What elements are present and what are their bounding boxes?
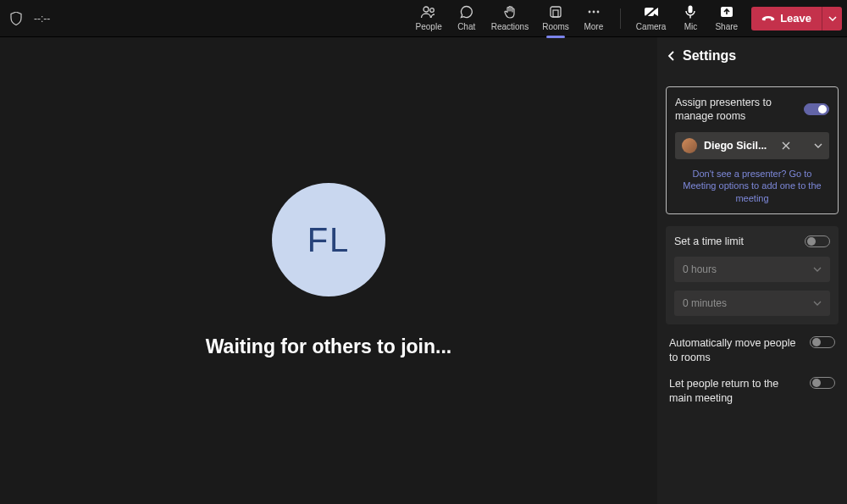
avatar: FL [272,183,385,296]
chevron-down-icon [828,16,837,21]
svg-point-4 [588,11,590,14]
chevron-down-icon [813,301,822,306]
presenter-name: Diego Sicil... [704,140,775,152]
auto-move-label: Automatically move people to rooms [669,336,800,365]
shield-icon[interactable] [10,12,22,25]
expand-presenter-icon[interactable] [814,143,822,148]
panel-header: Settings [666,37,839,75]
waiting-message: Waiting for others to join... [206,335,451,358]
time-limit-card: Set a time limit 0 hours 0 minutes [666,226,839,324]
leave-group: Leave [751,7,842,30]
chevron-down-icon [813,267,822,272]
svg-rect-2 [551,7,561,17]
camera-off-icon [644,5,659,19]
auto-move-row: Automatically move people to rooms [666,336,839,365]
svg-point-6 [596,11,599,14]
toolbar-separator [620,8,621,29]
assign-presenters-toggle[interactable] [804,103,829,115]
leave-label: Leave [780,12,811,25]
top-bar-left: --:-- [5,12,50,25]
panel-title: Settings [683,48,736,64]
people-icon [420,5,437,19]
rooms-icon [549,5,562,19]
leave-button[interactable]: Leave [751,7,822,30]
reactions-button[interactable]: Reactions [484,0,535,37]
mic-icon [684,5,696,19]
auto-move-toggle[interactable] [810,336,835,348]
presenter-hint-link[interactable]: Don't see a presenter? Go to Meeting opt… [675,168,829,206]
more-button[interactable]: More [576,0,612,37]
leave-options-button[interactable] [822,7,842,30]
ellipsis-icon [587,5,601,19]
people-button[interactable]: People [409,0,449,37]
share-button[interactable]: Share [708,0,745,37]
svg-point-0 [424,7,429,12]
return-main-toggle[interactable] [810,377,835,389]
mic-button[interactable]: Mic [673,0,708,37]
svg-rect-9 [689,6,693,14]
hangup-icon [761,14,775,23]
hand-icon [503,5,517,19]
chat-button[interactable]: Chat [449,0,484,37]
minutes-select[interactable]: 0 minutes [674,291,830,316]
svg-rect-3 [553,10,558,17]
return-main-label: Let people return to the main meeting [669,377,800,406]
chat-icon [460,5,473,19]
settings-panel: Settings Assign presenters to manage roo… [657,37,847,504]
avatar-initials: FL [307,221,351,259]
rooms-button[interactable]: Rooms [535,0,576,37]
meeting-stage: FL Waiting for others to join... [0,37,657,504]
meeting-toolbar: People Chat Reactions Rooms More [409,0,745,37]
top-bar: --:-- People Chat Reactions Rooms [0,0,847,37]
assign-presenters-card: Assign presenters to manage rooms Diego … [666,86,839,214]
presenter-avatar [682,138,697,153]
assign-presenters-label: Assign presenters to manage rooms [675,96,797,124]
meeting-timer: --:-- [34,13,50,25]
time-limit-label: Set a time limit [674,235,798,248]
share-icon [720,5,734,19]
return-main-row: Let people return to the main meeting [666,377,839,406]
back-icon[interactable] [667,50,676,62]
hours-select[interactable]: 0 hours [674,257,830,282]
presenter-chip[interactable]: Diego Sicil... [675,132,829,159]
svg-point-1 [430,8,435,13]
svg-point-5 [592,11,595,14]
camera-button[interactable]: Camera [629,0,673,37]
remove-presenter-icon[interactable] [782,141,790,150]
time-limit-toggle[interactable] [805,235,830,247]
